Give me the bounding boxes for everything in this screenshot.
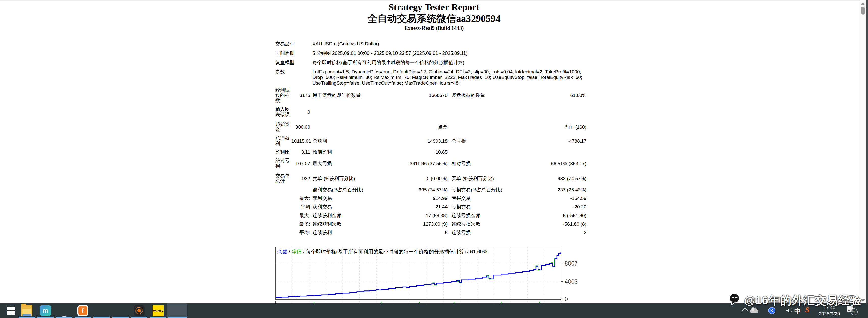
scrollbar-thumb[interactable] xyxy=(861,6,865,14)
stat-col2-label: 获利交易 xyxy=(313,204,332,210)
legend-sep2: / xyxy=(302,249,306,254)
page-title: Strategy Tester Report xyxy=(0,2,868,12)
k-app-tray-icon[interactable]: K xyxy=(768,307,775,314)
stats-table: 经测试过的柱数3175用于复盘的即时价数量1666678复盘模型的质量61.60… xyxy=(275,87,586,238)
stat-row: 起始资金300.00点差当前 (160) xyxy=(275,122,586,132)
running-indicator xyxy=(56,317,72,318)
stat-col3-value: 932 (74.57%) xyxy=(558,176,586,181)
stat-band: 卖单 (%获利百分比)0 (0.00%) xyxy=(313,176,447,181)
orange-dot xyxy=(137,309,141,313)
clock-date: 2025/9/29 xyxy=(816,311,842,317)
stat-col1-value: 3.11 xyxy=(291,150,310,155)
stat-col1-value: 平均: xyxy=(291,230,310,235)
stat-band: 连续获利金额17 (88.38) xyxy=(313,213,447,218)
stat-band: 连续亏损金额8 (-561.80) xyxy=(452,213,586,218)
stat-row-label: 总净盈利 xyxy=(275,135,291,146)
stat-col2-value: 14903.18 xyxy=(428,138,447,144)
stat-row: 最大:获利交易914.99亏损交易-154.59 xyxy=(275,196,586,201)
stat-col2-value: 10.85 xyxy=(435,150,447,155)
info-table: 交易品种XAUUSDm (Gold vs US Dollar)时间周期5 分钟图… xyxy=(275,41,586,90)
stat-col2-label: 最大亏损 xyxy=(313,161,332,166)
stat-row: 绝对亏损107.07最大亏损3611.96 (37.56%)相对亏损66.51%… xyxy=(275,158,586,168)
stat-row: 输入图表错误0 xyxy=(275,106,586,117)
running-indicator xyxy=(19,317,35,318)
info-value: 每个即时价格(基于所有可利用的最小时段的每一个价格的分形插值计算) xyxy=(312,60,586,65)
running-indicator xyxy=(37,317,54,318)
stat-col3-value: -4788.17 xyxy=(567,138,586,144)
stat-band: 点差 xyxy=(313,124,447,130)
cloud-shape xyxy=(750,310,758,313)
server-build: Exness-Real9 (Build 1443) xyxy=(0,25,868,31)
running-indicator xyxy=(93,317,110,318)
y-tick-0 xyxy=(561,298,563,299)
stat-band: 买单 (%获利百分比)932 (74.57%) xyxy=(452,176,586,181)
notif-line xyxy=(847,309,851,310)
start-logo-pane xyxy=(7,311,11,315)
speaker-waves xyxy=(789,309,793,312)
stat-col1-value: 0 xyxy=(291,109,310,115)
stat-col3-value: 2 xyxy=(584,230,586,235)
orange-ring xyxy=(135,307,143,315)
stat-row-label: 绝对亏损 xyxy=(275,158,291,168)
stat-row: 平均获利交易21.44亏损交易-20.20 xyxy=(275,204,586,210)
start-logo-pane xyxy=(11,311,15,315)
stat-col1-value: 3175 xyxy=(291,93,310,98)
scrollbar-up-arrow-icon[interactable] xyxy=(861,2,865,5)
stat-band: 最大亏损3611.96 (37.56%) xyxy=(313,161,447,166)
speaker-shape xyxy=(786,309,789,313)
stat-col2-value: 6 xyxy=(445,230,447,235)
stat-col2-value: 914.99 xyxy=(433,196,447,201)
stat-col3-label: 连续亏损 xyxy=(452,230,471,235)
stat-row-label: 输入图表错误 xyxy=(275,106,291,117)
watermark: @16年的外汇交易经验 xyxy=(728,293,862,308)
maxthon-browser-icon[interactable]: m xyxy=(40,305,51,316)
file-explorer-icon[interactable] xyxy=(21,305,32,316)
stat-col2-value: 点差 xyxy=(438,124,447,130)
stat-band: 连续获利6 xyxy=(313,230,447,235)
notification-badge: 1 xyxy=(850,309,858,316)
stat-col2-label: 盈利交易(%占总百分比) xyxy=(313,187,364,192)
balance-chart: 余额 / 净值 / 每个即时价格(基于所有可利用的最小时段的每一个价格的分形插值… xyxy=(275,247,561,299)
stat-col2-value: 695 (74.57%) xyxy=(419,187,447,192)
equity-line xyxy=(276,252,561,297)
stat-col2-label: 获利交易 xyxy=(313,196,332,201)
y-axis-label-0: 0 xyxy=(565,296,568,303)
y-tick-4003 xyxy=(561,281,563,282)
start-button[interactable] xyxy=(7,307,15,315)
stat-col2-label: 总获利 xyxy=(313,138,327,144)
stat-row: 经测试过的柱数3175用于复盘的即时价数量1666678复盘模型的质量61.60… xyxy=(275,87,586,103)
douyin-avatar-bubble-icon xyxy=(728,293,741,307)
tray-expand-chevron-icon[interactable] xyxy=(743,309,747,313)
start-logo-pane xyxy=(11,307,15,311)
stat-row-label: 经测试过的柱数 xyxy=(275,87,291,103)
stat-row: 平均:连续获利6连续亏损2 xyxy=(275,230,586,235)
legend-balance: 余额 xyxy=(277,249,287,254)
speaker-icon[interactable] xyxy=(786,309,789,312)
notif-line xyxy=(847,310,850,311)
stat-col1-value: 932 xyxy=(291,176,310,181)
exness-icon[interactable]: exness xyxy=(153,305,164,316)
stat-band: 预期盈利10.85 xyxy=(313,150,447,155)
y-tick-8007 xyxy=(561,263,563,263)
scrollbar-track[interactable] xyxy=(860,0,866,304)
f-app-glyph: f xyxy=(78,306,87,315)
y-axis-label-4003: 4003 xyxy=(565,278,578,285)
stat-col1-value: 300.00 xyxy=(291,124,310,130)
stat-col3-label: 复盘模型的质量 xyxy=(452,93,485,98)
legend-sep1: / xyxy=(287,249,292,254)
info-value: 5 分钟图 2025.09.01 00:00 - 2025.09.10 23:5… xyxy=(312,51,586,56)
stat-col3-label: 总亏损 xyxy=(452,138,466,144)
running-indicator-active xyxy=(168,317,187,318)
ime-language-indicator[interactable]: 中 xyxy=(794,307,801,316)
stat-col3-value: 8 (-561.80) xyxy=(563,213,586,218)
stat-band: 连续获利次数1273.09 (9) xyxy=(313,221,447,227)
info-value: LotExponent=1.5; DynamicPips=true; Defau… xyxy=(312,69,586,86)
stat-col2-value: 17 (88.38) xyxy=(426,213,447,218)
stat-band: 用于复盘的即时价数量1666678 xyxy=(313,93,447,98)
stat-col2-value: 21.44 xyxy=(435,204,447,210)
f-app-icon[interactable]: f xyxy=(77,305,88,316)
onedrive-cloud-icon[interactable] xyxy=(750,308,758,311)
stat-row: 最大:连续获利金额17 (88.38)连续亏损金额8 (-561.80) xyxy=(275,213,586,218)
active-app-highlight xyxy=(167,304,187,318)
dark-orange-app-icon[interactable] xyxy=(133,305,145,316)
